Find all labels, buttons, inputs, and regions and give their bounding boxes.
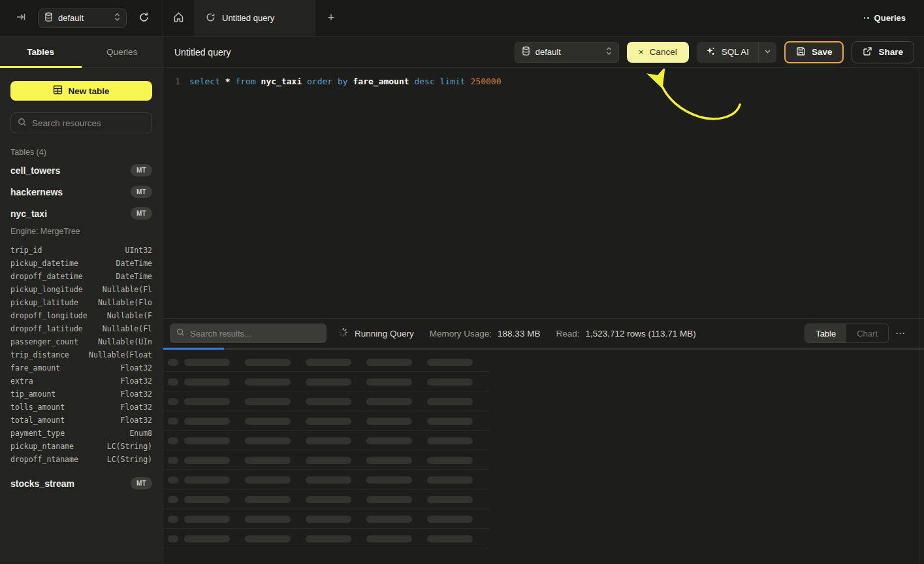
column-name: tip_amount (10, 390, 56, 399)
sidebar-tab-tables[interactable]: Tables (0, 37, 82, 67)
column-row: total_amountFloat32 (10, 414, 152, 427)
share-button[interactable]: Share (852, 41, 914, 63)
skeleton-cell (427, 378, 473, 386)
database-icon (44, 12, 53, 24)
more-options-button[interactable]: ⋯ (895, 327, 906, 339)
column-name: dropoff_ntaname (10, 455, 78, 464)
query-actions: default × Cancel (515, 41, 914, 63)
sql-ai-dropdown-button[interactable] (758, 42, 776, 63)
database-selector-topbar[interactable]: default (38, 8, 127, 28)
search-resources-input[interactable] (32, 118, 148, 128)
sql-ai-button-group: SQL AI (697, 42, 776, 63)
skeleton-cell (366, 437, 412, 444)
column-type: Nullable(UIn (98, 337, 152, 346)
skeleton-cell (168, 359, 178, 366)
topbar-right-section: Queries (864, 0, 924, 36)
skeleton-cell (168, 476, 178, 484)
updown-chevron-icon (606, 46, 612, 58)
column-row: pickup_ntanameLC(String) (10, 440, 152, 453)
new-table-label: New table (68, 86, 109, 96)
table-row-hackernews[interactable]: hackernewsMT (10, 181, 152, 203)
search-results-input[interactable] (190, 329, 320, 339)
refresh-button[interactable] (136, 9, 152, 27)
skeleton-row (163, 470, 924, 489)
sql-ai-button[interactable]: SQL AI (697, 42, 758, 63)
sidebar-search (10, 112, 152, 133)
refresh-icon (138, 12, 150, 25)
skeleton-cell (245, 378, 291, 386)
table-row-stocks_stream[interactable]: stocks_streamMT (10, 473, 152, 494)
skeleton-row (163, 411, 924, 431)
skeleton-cell (427, 535, 473, 542)
memory-usage-value: 188.33 MB (498, 329, 540, 339)
results-loading-skeleton (163, 350, 924, 563)
column-name: payment_type (10, 429, 65, 438)
cancel-button[interactable]: × Cancel (627, 42, 689, 63)
collapse-sidebar-button[interactable] (13, 9, 29, 27)
skeleton-cell (245, 359, 291, 366)
database-selector-query[interactable]: default (515, 42, 619, 63)
column-row: dropoff_longitudeNullable(F (10, 309, 152, 322)
column-type: Nullable(F (107, 311, 152, 320)
tables-section-label: Tables (4) (10, 148, 152, 157)
skeleton-cell (306, 476, 351, 484)
table-engine-label: Engine: MergeTree (10, 227, 152, 236)
results-panel: Running Query Memory Usage: 188.33 MB Re… (163, 318, 924, 563)
column-type: Nullable(Flo (98, 298, 152, 307)
skeleton-row (163, 372, 924, 391)
skeleton-cell (184, 437, 230, 444)
home-button[interactable] (163, 0, 194, 36)
view-tab-table[interactable]: Table (805, 324, 846, 342)
tab-untitled-query[interactable]: Untitled query (194, 0, 315, 36)
table-name: hackernews (10, 187, 63, 197)
table-row-cell_towers[interactable]: cell_towersMT (10, 159, 152, 181)
skeleton-cell (427, 398, 473, 405)
view-tab-chart[interactable]: Chart (846, 324, 888, 342)
sidebar-content: New table Tables (4) cell_towersMThacker… (0, 68, 163, 507)
column-name: pickup_latitude (10, 298, 78, 307)
sidebar-tab-queries[interactable]: Queries (82, 37, 163, 67)
skeleton-cell (427, 496, 473, 503)
skeleton-cell (306, 496, 351, 503)
search-icon (176, 328, 185, 339)
column-row: tolls_amountFloat32 (10, 401, 152, 414)
skeleton-cell (245, 516, 291, 523)
save-disk-icon (796, 46, 806, 58)
table-row-nyc_taxi[interactable]: nyc_taxiMT (10, 203, 152, 224)
column-row: passenger_countNullable(UIn (10, 335, 152, 348)
database-icon (522, 46, 530, 58)
skeleton-cell (366, 476, 412, 484)
skeleton-cell (366, 378, 412, 386)
column-row: pickup_datetimeDateTime (10, 257, 152, 270)
table-columns-list: trip_idUInt32pickup_datetimeDateTimedrop… (10, 244, 152, 466)
save-button[interactable]: Save (784, 41, 844, 63)
skeleton-cell (306, 437, 351, 444)
new-tab-button[interactable]: + (315, 0, 347, 36)
queries-button[interactable]: Queries (864, 13, 906, 23)
home-icon (173, 12, 184, 25)
table-name: stocks_stream (10, 478, 74, 489)
skeleton-row (163, 391, 924, 411)
table-name: nyc_taxi (10, 208, 47, 219)
sql-token-keyword: desc (414, 76, 439, 86)
memory-usage-label: Memory Usage: (430, 329, 492, 339)
column-type: DateTime (116, 272, 152, 281)
new-table-button[interactable]: New table (10, 81, 152, 101)
database-selector-value: default (535, 47, 601, 57)
query-status: Running Query (355, 329, 414, 339)
skeleton-cell (168, 535, 178, 542)
topbar: default Untitled query (0, 0, 924, 37)
skeleton-cell (184, 378, 230, 386)
skeleton-cell (306, 359, 351, 366)
skeleton-cell (306, 457, 351, 464)
column-name: total_amount (10, 416, 65, 425)
sql-editor[interactable]: 1 select * from nyc_taxi order by fare_a… (163, 68, 924, 318)
skeleton-cell (366, 516, 412, 523)
column-name: trip_distance (10, 350, 69, 359)
sql-token-keyword: select (189, 76, 225, 86)
skeleton-cell (184, 535, 230, 542)
skeleton-cell (245, 496, 291, 503)
queries-button-label: Queries (874, 13, 906, 23)
search-icon (18, 118, 27, 129)
queries-dots-icon (864, 17, 869, 19)
